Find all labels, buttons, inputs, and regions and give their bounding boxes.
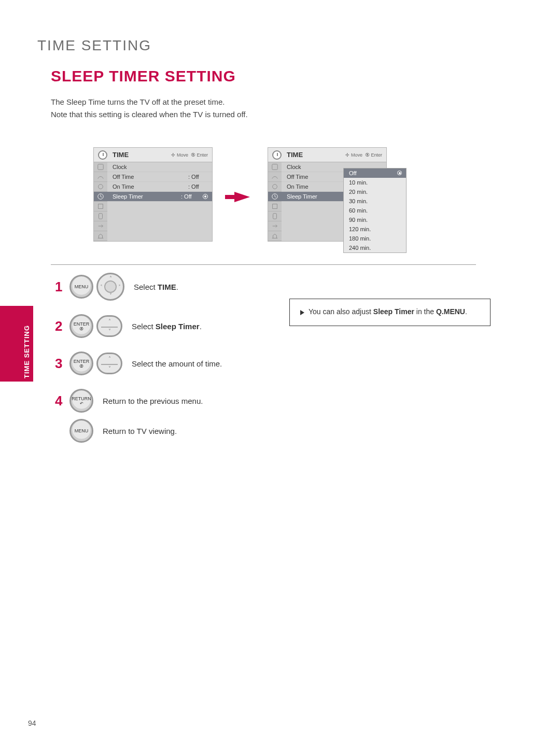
osd-icon-column <box>268 162 282 241</box>
submenu-item[interactable]: 120 min. <box>344 224 406 234</box>
row-value: : Off <box>188 174 208 180</box>
note-bold: Q.MENU <box>436 307 465 316</box>
step-number: 1 <box>55 279 66 295</box>
svg-rect-9 <box>273 214 277 219</box>
osd-row-clock[interactable]: Clock <box>107 162 212 172</box>
tab-icon <box>268 182 282 192</box>
submenu-label: 240 min. <box>349 245 371 251</box>
tab-icon <box>94 231 107 241</box>
button-label: ENTER <box>74 321 90 327</box>
button-label: RETURN <box>72 396 91 401</box>
step-1: 1 MENU ˄ ˅ ˂ ˃ Select TIME. <box>55 273 178 301</box>
remote-enter-button-icon: ENTER⦿ <box>69 351 93 375</box>
osd-blank <box>107 202 212 241</box>
clock-icon <box>98 150 107 160</box>
step-text: Return to TV viewing. <box>103 427 177 435</box>
tab-icon <box>268 172 282 182</box>
chevron-up-icon: ˄ <box>108 356 111 361</box>
tab-icon <box>268 162 282 172</box>
hint-move: Move <box>351 152 362 158</box>
osd-row-sleeptimer[interactable]: Sleep Timer : Off <box>107 192 212 202</box>
submenu-label: 120 min. <box>349 226 371 232</box>
tab-icon-selected <box>94 192 107 202</box>
step-number: 3 <box>55 356 66 372</box>
step-text-pre: Select <box>132 322 156 331</box>
sleep-timer-submenu: Off 10 min. 20 min. 30 min. 60 min. 90 m… <box>343 168 407 253</box>
submenu-item[interactable]: 10 min. <box>344 178 406 187</box>
step-3: 3 ENTER⦿ ˄ ˅ Select the amount of time. <box>55 351 222 375</box>
osd-hints: ✢ Move ⦿ Enter <box>345 152 382 158</box>
chevron-down-icon: ˅ <box>108 328 111 334</box>
submenu-item[interactable]: 90 min. <box>344 215 406 224</box>
tab-icon <box>268 212 282 221</box>
svg-point-1 <box>99 185 103 189</box>
submenu-item[interactable]: 180 min. <box>344 234 406 243</box>
button-label: ENTER <box>74 359 90 364</box>
clock-icon <box>272 150 282 160</box>
radio-icon <box>203 194 208 199</box>
osd-icon-column <box>94 162 107 241</box>
tab-icon <box>268 202 282 212</box>
osd-header: TIME ✢ Move ⦿ Enter <box>268 148 386 162</box>
note-text: You can also adjust <box>309 307 373 316</box>
step-number: 2 <box>55 318 66 334</box>
step-text: Select Sleep Timer. <box>132 322 202 331</box>
tab-icon-selected <box>268 192 282 202</box>
chevron-up-icon: ˄ <box>108 318 111 324</box>
svg-rect-0 <box>98 164 104 170</box>
step-number: 4 <box>55 393 66 409</box>
tab-icon <box>94 172 107 182</box>
osd-row-ontime[interactable]: On Time : Off <box>107 182 212 192</box>
note-box: You can also adjust Sleep Timer in the Q… <box>289 299 491 326</box>
row-value: : Off <box>188 184 208 190</box>
submenu-item[interactable]: 20 min. <box>344 187 406 196</box>
step-text-post: . <box>176 283 178 291</box>
step-text: Return to the previous menu. <box>103 397 203 405</box>
svg-rect-5 <box>272 164 278 170</box>
remote-return-button-icon: RETURN↶ <box>69 389 93 413</box>
submenu-item[interactable]: 30 min. <box>344 196 406 206</box>
step-text-post: . <box>200 322 202 331</box>
tab-icon <box>94 202 107 212</box>
row-value: : Off <box>181 193 201 200</box>
button-label: MENU <box>75 284 89 289</box>
row-label: On Time <box>113 184 188 190</box>
note-text: in the <box>414 307 436 316</box>
intro-line-2: Note that this setting is cleared when t… <box>51 110 248 119</box>
chevron-up-icon: ˄ <box>109 275 112 281</box>
radio-icon <box>397 171 402 175</box>
side-tab-label: TIME SETTING <box>23 306 31 378</box>
button-label: MENU <box>75 428 89 433</box>
chevron-right-icon: ˃ <box>118 284 121 290</box>
svg-rect-8 <box>273 204 277 209</box>
submenu-label: 10 min. <box>349 179 368 186</box>
row-label: Off Time <box>113 174 188 180</box>
enter-dot-icon: ⦿ <box>79 327 83 331</box>
osd-panel-before: TIME ✢ Move ⦿ Enter Clock Off Time : Off <box>93 147 213 242</box>
submenu-item[interactable]: 60 min. <box>344 206 406 215</box>
chevron-down-icon: ˅ <box>108 365 111 371</box>
submenu-item-off[interactable]: Off <box>344 168 406 178</box>
svg-point-6 <box>273 185 277 189</box>
osd-row-offtime[interactable]: Off Time : Off <box>107 172 212 182</box>
step-text: Select the amount of time. <box>132 359 222 368</box>
submenu-label: Off <box>349 170 356 176</box>
chevron-down-icon: ˅ <box>109 292 112 298</box>
arrow-right-icon <box>234 192 250 202</box>
note-text: . <box>465 307 467 316</box>
step-2: 2 ENTER⦿ ˄ ˅ Select Sleep Timer. <box>55 314 202 338</box>
remote-nav-ring-icon: ˄ ˅ ˂ ˃ <box>96 273 124 301</box>
step-4: 4 RETURN↶ Return to the previous menu. <box>55 389 203 413</box>
submenu-label: 180 min. <box>349 235 371 242</box>
step-text-bold: TIME <box>158 283 176 291</box>
note-bold: Sleep Timer <box>373 307 414 316</box>
intro-text: The Sleep Time turns the TV off at the p… <box>51 96 445 121</box>
submenu-item[interactable]: 240 min. <box>344 243 406 252</box>
hint-move: Move <box>177 152 188 158</box>
section-title: SLEEP TIMER SETTING <box>51 67 236 85</box>
step-text-bold: Sleep Timer <box>156 322 200 331</box>
osd-hints: ✢ Move ⦿ Enter <box>171 152 208 158</box>
remote-enter-button-icon: ENTER⦿ <box>69 314 93 338</box>
submenu-label: 60 min. <box>349 207 368 214</box>
note-item: You can also adjust Sleep Timer in the Q… <box>300 306 482 317</box>
